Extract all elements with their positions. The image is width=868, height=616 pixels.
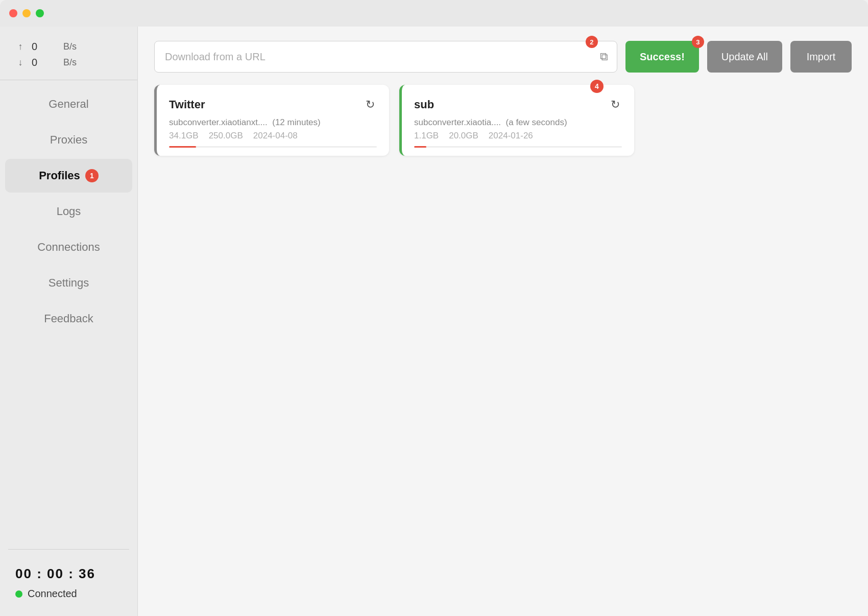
upload-unit: B/s <box>63 41 77 52</box>
sidebar-item-label-feedback: Feedback <box>44 312 93 325</box>
profile-date-sub: 2024-01-26 <box>489 131 533 141</box>
title-bar <box>0 0 868 27</box>
sidebar-item-label-proxies: Proxies <box>50 133 87 147</box>
upload-value: 0 <box>32 41 57 53</box>
profile-usage-fill-twitter <box>169 146 196 148</box>
profile-size-total-sub: 20.0GB <box>449 131 478 141</box>
url-input-wrapper: 2 ⧉ <box>154 41 617 73</box>
sidebar-item-feedback[interactable]: Feedback <box>5 302 132 336</box>
sidebar-item-label-profiles: Profiles <box>39 169 80 182</box>
connection-timer: 00 : 00 : 36 <box>15 566 122 582</box>
update-all-label: Update All <box>721 51 768 62</box>
sub-badge: 4 <box>590 80 604 93</box>
minimize-button[interactable] <box>22 9 31 17</box>
sidebar-item-logs[interactable]: Logs <box>5 195 132 228</box>
profiles-badge: 1 <box>85 169 99 182</box>
import-button[interactable]: Import <box>790 41 852 73</box>
sidebar-bottom: 00 : 00 : 36 Connected <box>0 554 137 616</box>
success-button[interactable]: Success! 3 <box>625 41 699 73</box>
sidebar-item-label-connections: Connections <box>37 241 100 254</box>
sidebar: ↑ 0 B/s ↓ 0 B/s General Proxies Profiles… <box>0 27 138 616</box>
main-content: 2 ⧉ Success! 3 Update All Import Twitt <box>138 27 868 616</box>
sidebar-item-label-logs: Logs <box>57 205 81 218</box>
profile-url-sub: subconverter.xiaotia.... (a few seconds) <box>414 117 622 128</box>
profiles-grid: Twitter ↻ subconverter.xiaotianxt.... (1… <box>154 85 852 156</box>
upload-stat-row: ↑ 0 B/s <box>15 41 122 53</box>
profile-size-used-twitter: 34.1GB <box>169 131 199 141</box>
profile-card-header-sub: sub ↻ <box>414 96 622 113</box>
sidebar-item-profiles[interactable]: Profiles 1 <box>5 159 132 193</box>
profile-card-header-twitter: Twitter ↻ <box>169 96 377 113</box>
connection-status: Connected <box>15 588 122 600</box>
connection-label: Connected <box>28 588 77 600</box>
top-bar: 2 ⧉ Success! 3 Update All Import <box>154 41 852 73</box>
sidebar-item-settings[interactable]: Settings <box>5 266 132 300</box>
profile-url-twitter: subconverter.xiaotianxt.... (12 minutes) <box>169 117 377 128</box>
profile-card-sub[interactable]: 4 sub ↻ subconverter.xiaotia.... (a few … <box>399 85 634 156</box>
download-value: 0 <box>32 57 57 68</box>
profile-size-total-twitter: 250.0GB <box>209 131 243 141</box>
upload-arrow-icon: ↑ <box>15 41 26 52</box>
close-button[interactable] <box>9 9 17 17</box>
sidebar-item-connections[interactable]: Connections <box>5 230 132 264</box>
sidebar-item-label-settings: Settings <box>49 276 89 290</box>
sidebar-divider <box>8 549 129 550</box>
app-body: ↑ 0 B/s ↓ 0 B/s General Proxies Profiles… <box>0 27 868 616</box>
profile-meta-sub: 1.1GB 20.0GB 2024-01-26 <box>414 131 622 141</box>
network-stats: ↑ 0 B/s ↓ 0 B/s <box>0 27 137 80</box>
import-label: Import <box>807 51 836 62</box>
url-input[interactable] <box>154 41 617 73</box>
refresh-button-twitter[interactable]: ↻ <box>364 96 377 113</box>
profile-meta-twitter: 34.1GB 250.0GB 2024-04-08 <box>169 131 377 141</box>
success-label: Success! <box>640 51 685 62</box>
success-badge: 3 <box>692 36 704 48</box>
refresh-button-sub[interactable]: ↻ <box>609 96 622 113</box>
download-arrow-icon: ↓ <box>15 57 26 68</box>
profile-name-sub: sub <box>414 98 434 111</box>
sidebar-nav: General Proxies Profiles 1 Logs Connecti… <box>0 80 137 545</box>
sidebar-item-proxies[interactable]: Proxies <box>5 123 132 157</box>
sidebar-item-general[interactable]: General <box>5 87 132 121</box>
download-unit: B/s <box>63 57 77 68</box>
copy-icon: ⧉ <box>600 50 608 63</box>
sidebar-item-label-general: General <box>49 98 88 111</box>
profile-date-twitter: 2024-04-08 <box>253 131 298 141</box>
profile-size-used-sub: 1.1GB <box>414 131 439 141</box>
copy-url-button[interactable]: ⧉ <box>598 48 610 65</box>
profile-usage-bar-twitter <box>169 146 377 148</box>
profile-usage-bar-sub <box>414 146 622 148</box>
status-dot-icon <box>15 590 22 598</box>
profile-usage-fill-sub <box>414 146 426 148</box>
download-stat-row: ↓ 0 B/s <box>15 57 122 68</box>
profile-name-twitter: Twitter <box>169 98 205 111</box>
maximize-button[interactable] <box>36 9 44 17</box>
profile-card-twitter[interactable]: Twitter ↻ subconverter.xiaotianxt.... (1… <box>154 85 389 156</box>
url-input-badge: 2 <box>586 36 598 48</box>
update-all-button[interactable]: Update All <box>707 41 782 73</box>
